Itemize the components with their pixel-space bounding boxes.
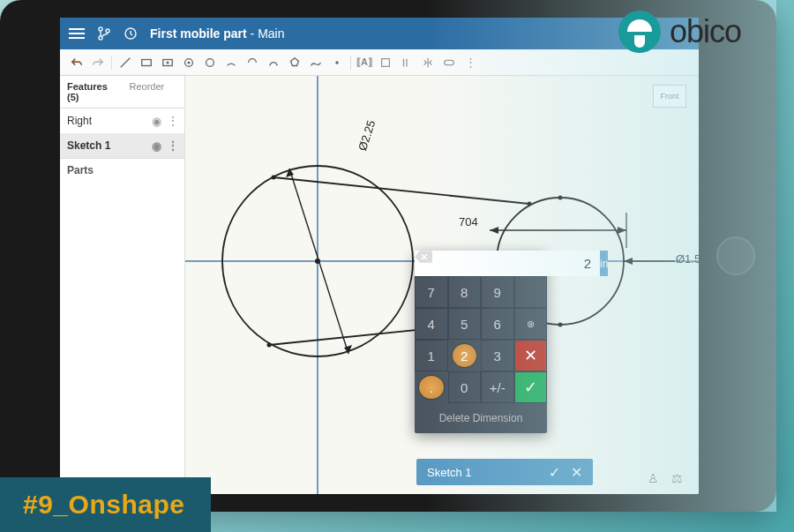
hashtag-banner: #9_Onshape bbox=[0, 477, 211, 532]
dimension-tool[interactable]: ⟦A⟧ bbox=[355, 53, 374, 72]
sketch-accept-icon[interactable]: ✓ bbox=[549, 464, 560, 481]
dimension-label-horizontal[interactable]: 704 bbox=[459, 215, 478, 229]
features-tab[interactable]: Features (5) bbox=[60, 76, 123, 108]
svg-line-17 bbox=[273, 177, 529, 204]
key-2[interactable]: 2 bbox=[452, 343, 478, 368]
feature-sidebar: Features (5) Reorder Right ◉ ⋮ Sketch 1 … bbox=[60, 76, 185, 494]
key-1[interactable]: 1 bbox=[415, 340, 448, 371]
svg-point-1 bbox=[99, 36, 102, 40]
sketch-cancel-icon[interactable]: ✕ bbox=[571, 464, 582, 481]
more-icon[interactable]: ⋮ bbox=[167, 139, 177, 153]
svg-rect-12 bbox=[445, 60, 454, 64]
mirror-tool[interactable] bbox=[418, 53, 438, 72]
bottom-corner-icons: ♙ ⚖ bbox=[648, 471, 683, 485]
svg-point-29 bbox=[558, 196, 563, 200]
key-0[interactable]: 0 bbox=[448, 371, 482, 403]
key-8[interactable]: 8 bbox=[448, 276, 482, 308]
branch-icon[interactable] bbox=[97, 26, 111, 41]
view-cube[interactable]: Front bbox=[653, 85, 686, 108]
feature-label: Right bbox=[67, 115, 92, 127]
three-point-arc-tool[interactable] bbox=[264, 53, 283, 72]
svg-point-6 bbox=[167, 62, 169, 64]
more-icon[interactable]: ⋮ bbox=[167, 114, 177, 128]
sketch-canvas[interactable]: Ø2.25 704 Ø1.5 Front in 7 8 9 4 5 bbox=[185, 76, 699, 494]
three-point-circle-tool[interactable] bbox=[200, 53, 220, 72]
corner-rect-tool[interactable] bbox=[137, 53, 156, 72]
polygon-tool[interactable] bbox=[285, 53, 304, 72]
workspace: Features (5) Reorder Right ◉ ⋮ Sketch 1 … bbox=[60, 76, 699, 494]
app-screen: First mobile part - Main ⟦A⟧ ⋮ bbox=[60, 18, 699, 494]
offset-tool[interactable] bbox=[397, 53, 416, 72]
history-icon[interactable] bbox=[124, 26, 138, 41]
visibility-icon[interactable]: ◉ bbox=[152, 115, 161, 128]
svg-rect-4 bbox=[142, 59, 152, 65]
svg-rect-11 bbox=[382, 58, 390, 66]
dimension-label-diameter-right[interactable]: Ø1.5 bbox=[676, 252, 699, 266]
center-circle-tool[interactable] bbox=[179, 53, 198, 72]
key-dot[interactable]: . bbox=[418, 375, 445, 400]
person-icon[interactable]: ♙ bbox=[648, 471, 659, 485]
menu-icon[interactable] bbox=[69, 28, 85, 39]
svg-point-30 bbox=[558, 323, 563, 327]
obico-brand-text: obico bbox=[670, 13, 741, 50]
home-button[interactable] bbox=[716, 236, 755, 275]
document-title[interactable]: First mobile part - Main bbox=[150, 26, 285, 41]
svg-point-8 bbox=[188, 62, 190, 64]
sketch-bar-label: Sketch 1 bbox=[427, 466, 472, 479]
slot-tool[interactable] bbox=[439, 53, 459, 72]
key-9[interactable]: 9 bbox=[481, 276, 514, 308]
svg-point-9 bbox=[206, 58, 214, 66]
point-tool[interactable] bbox=[327, 53, 347, 72]
dimension-value-input[interactable] bbox=[415, 251, 600, 276]
hashtag-text: #9_Onshape bbox=[23, 490, 184, 519]
svg-point-23 bbox=[315, 259, 320, 264]
reorder-tab[interactable]: Reorder bbox=[123, 76, 185, 108]
spline-tool[interactable] bbox=[306, 53, 326, 72]
numeric-keypad: 7 8 9 4 5 6 ⊗ 1 2 3 ✕ . 0 +/- bbox=[415, 276, 547, 403]
sketch-confirm-bar: Sketch 1 ✓ ✕ bbox=[416, 459, 593, 485]
obico-logo: obico bbox=[618, 11, 741, 53]
svg-point-27 bbox=[267, 343, 272, 348]
key-clear-icon[interactable]: ⊗ bbox=[514, 308, 548, 340]
svg-point-2 bbox=[106, 29, 109, 33]
arc-tool[interactable] bbox=[221, 53, 241, 72]
key-confirm[interactable]: ✓ bbox=[514, 371, 548, 403]
key-backspace[interactable] bbox=[514, 276, 548, 308]
obico-owl-icon bbox=[618, 11, 661, 53]
tangent-arc-tool[interactable] bbox=[243, 53, 262, 72]
dimension-input-panel: in 7 8 9 4 5 6 ⊗ 1 2 3 ✕ bbox=[415, 251, 547, 433]
svg-point-26 bbox=[528, 202, 532, 206]
feature-item-sketch1[interactable]: Sketch 1 ◉ ⋮ bbox=[60, 133, 184, 158]
tablet-frame: First mobile part - Main ⟦A⟧ ⋮ bbox=[0, 0, 776, 512]
key-3[interactable]: 3 bbox=[481, 340, 514, 371]
key-7[interactable]: 7 bbox=[415, 276, 448, 308]
more-tool[interactable]: ⋮ bbox=[461, 53, 480, 72]
feature-item-right[interactable]: Right ◉ ⋮ bbox=[60, 109, 184, 133]
center-rect-tool[interactable] bbox=[158, 53, 177, 72]
line-tool[interactable] bbox=[116, 53, 135, 72]
feature-label: Sketch 1 bbox=[67, 139, 110, 152]
svg-point-25 bbox=[272, 176, 276, 180]
delete-dimension-button[interactable]: Delete Dimension bbox=[415, 403, 547, 433]
key-4[interactable]: 4 bbox=[415, 308, 448, 340]
sketch-toolbar: ⟦A⟧ ⋮ bbox=[60, 49, 699, 76]
scale-icon[interactable]: ⚖ bbox=[671, 471, 683, 485]
use-tool[interactable] bbox=[376, 53, 395, 72]
key-cancel[interactable]: ✕ bbox=[514, 340, 548, 371]
key-6[interactable]: 6 bbox=[481, 308, 514, 340]
key-plusminus[interactable]: +/- bbox=[481, 371, 514, 403]
app-header: First mobile part - Main bbox=[60, 18, 699, 49]
dimension-unit-label[interactable]: in bbox=[600, 251, 608, 276]
redo-button[interactable] bbox=[88, 53, 108, 72]
key-5[interactable]: 5 bbox=[448, 308, 482, 340]
parts-section[interactable]: Parts bbox=[60, 158, 184, 182]
svg-point-10 bbox=[335, 61, 339, 64]
svg-point-0 bbox=[99, 27, 102, 31]
undo-button[interactable] bbox=[67, 53, 86, 72]
visibility-icon[interactable]: ◉ bbox=[152, 139, 161, 153]
